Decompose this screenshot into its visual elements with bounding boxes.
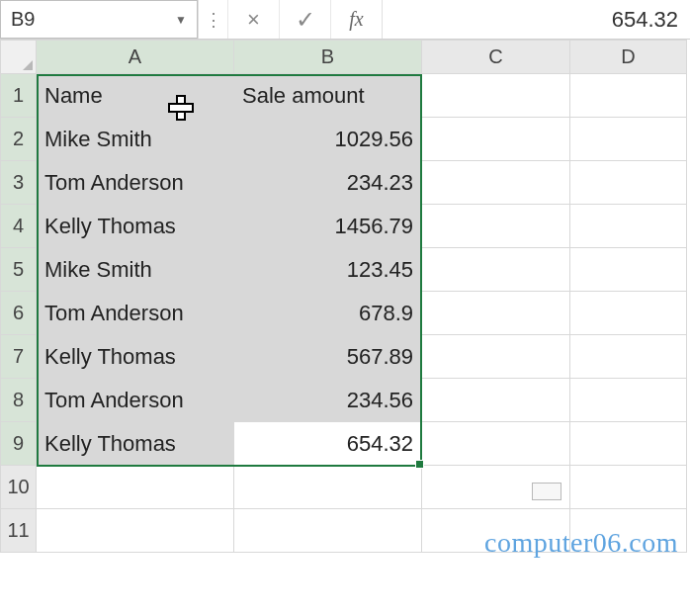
cell-C6[interactable] bbox=[422, 292, 570, 335]
cancel-icon: × bbox=[247, 7, 260, 33]
column-header-C[interactable]: C bbox=[422, 41, 570, 74]
row-header-5[interactable]: 5 bbox=[1, 248, 37, 292]
cell-reference: B9 bbox=[11, 8, 35, 31]
row-header-10[interactable]: 10 bbox=[1, 466, 37, 509]
insert-function-button[interactable]: fx bbox=[330, 0, 382, 39]
formula-value: 654.32 bbox=[612, 7, 678, 33]
cell-D7[interactable] bbox=[570, 335, 687, 379]
check-icon: ✓ bbox=[296, 6, 315, 34]
cell-C2[interactable] bbox=[422, 118, 570, 161]
cell-D9[interactable] bbox=[570, 422, 687, 466]
cell-B2[interactable]: 1029.56 bbox=[234, 118, 422, 161]
cell-A6[interactable]: Tom Anderson bbox=[37, 292, 234, 335]
cell-C9[interactable] bbox=[422, 422, 570, 466]
cancel-button[interactable]: × bbox=[227, 0, 279, 39]
cell-B7[interactable]: 567.89 bbox=[234, 335, 422, 379]
row-header-8[interactable]: 8 bbox=[1, 379, 37, 422]
name-box[interactable]: B9 ▼ bbox=[0, 0, 198, 39]
cell-A11[interactable] bbox=[37, 509, 234, 553]
cell-A3[interactable]: Tom Anderson bbox=[37, 161, 234, 205]
cell-A8[interactable]: Tom Anderson bbox=[37, 379, 234, 422]
watermark-text: computer06.com bbox=[484, 527, 678, 559]
formula-bar-separator-icon[interactable]: ⋮ bbox=[198, 0, 227, 39]
cell-B3[interactable]: 234.23 bbox=[234, 161, 422, 205]
cell-C7[interactable] bbox=[422, 335, 570, 379]
cell-B10[interactable] bbox=[234, 466, 422, 509]
cell-B4[interactable]: 1456.79 bbox=[234, 205, 422, 248]
cell-A7[interactable]: Kelly Thomas bbox=[37, 335, 234, 379]
cell-A10[interactable] bbox=[37, 466, 234, 509]
cell-C4[interactable] bbox=[422, 205, 570, 248]
spreadsheet-grid[interactable]: ABCD1NameSale amount2Mike Smith1029.563T… bbox=[0, 40, 690, 553]
cell-C3[interactable] bbox=[422, 161, 570, 205]
cell-B1[interactable]: Sale amount bbox=[234, 74, 422, 118]
cell-D3[interactable] bbox=[570, 161, 687, 205]
cell-B6[interactable]: 678.9 bbox=[234, 292, 422, 335]
cell-B8[interactable]: 234.56 bbox=[234, 379, 422, 422]
formula-input[interactable]: 654.32 bbox=[382, 0, 690, 39]
cell-B11[interactable] bbox=[234, 509, 422, 553]
cell-B5[interactable]: 123.45 bbox=[234, 248, 422, 292]
cell-A4[interactable]: Kelly Thomas bbox=[37, 205, 234, 248]
column-header-D[interactable]: D bbox=[570, 41, 687, 74]
cell-D2[interactable] bbox=[570, 118, 687, 161]
cell-B9[interactable]: 654.32 bbox=[234, 422, 422, 466]
column-header-B[interactable]: B bbox=[234, 41, 422, 74]
row-header-7[interactable]: 7 bbox=[1, 335, 37, 379]
row-header-6[interactable]: 6 bbox=[1, 292, 37, 335]
cell-D8[interactable] bbox=[570, 379, 687, 422]
cell-A1[interactable]: Name bbox=[37, 74, 234, 118]
cell-A2[interactable]: Mike Smith bbox=[37, 118, 234, 161]
cell-A5[interactable]: Mike Smith bbox=[37, 248, 234, 292]
select-all-corner[interactable] bbox=[1, 41, 37, 74]
cell-C1[interactable] bbox=[422, 74, 570, 118]
row-header-1[interactable]: 1 bbox=[1, 74, 37, 118]
fx-icon: fx bbox=[349, 8, 363, 31]
cell-D4[interactable] bbox=[570, 205, 687, 248]
cell-D6[interactable] bbox=[570, 292, 687, 335]
column-header-A[interactable]: A bbox=[37, 41, 234, 74]
cell-A9[interactable]: Kelly Thomas bbox=[37, 422, 234, 466]
cell-C8[interactable] bbox=[422, 379, 570, 422]
row-header-3[interactable]: 3 bbox=[1, 161, 37, 205]
cell-D1[interactable] bbox=[570, 74, 687, 118]
row-header-11[interactable]: 11 bbox=[1, 509, 37, 553]
row-header-4[interactable]: 4 bbox=[1, 205, 37, 248]
row-header-9[interactable]: 9 bbox=[1, 422, 37, 466]
enter-button[interactable]: ✓ bbox=[279, 0, 330, 39]
name-box-dropdown-icon[interactable]: ▼ bbox=[175, 13, 187, 27]
cell-C5[interactable] bbox=[422, 248, 570, 292]
row-header-2[interactable]: 2 bbox=[1, 118, 37, 161]
cell-D10[interactable] bbox=[570, 466, 687, 509]
quick-analysis-icon[interactable] bbox=[532, 483, 561, 500]
cell-D5[interactable] bbox=[570, 248, 687, 292]
formula-bar: B9 ▼ ⋮ × ✓ fx 654.32 bbox=[0, 0, 690, 40]
